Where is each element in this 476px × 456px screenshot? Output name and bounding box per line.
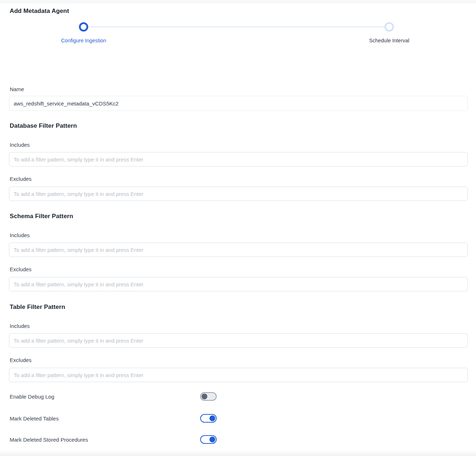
database-excludes-input[interactable] <box>9 187 468 201</box>
table-includes-input[interactable] <box>9 333 468 348</box>
toggle-knob <box>209 437 215 442</box>
schema-includes-input[interactable] <box>9 243 468 257</box>
stepper-connector-line <box>84 27 389 27</box>
section-title-database-filter-pattern: Database Filter Pattern <box>10 122 468 130</box>
name-label: Name <box>10 86 468 93</box>
database-includes-label: Includes <box>10 142 468 148</box>
section-title-table-filter-pattern: Table Filter Pattern <box>10 303 468 311</box>
mark-deleted-stored-procedures-row: Mark Deleted Stored Procedures <box>9 435 468 444</box>
table-includes-label: Includes <box>10 323 468 329</box>
schema-excludes-label: Excludes <box>10 266 468 273</box>
stepper: Configure Ingestion Schedule Interval <box>9 20 468 43</box>
page-title: Add Metadata Agent <box>10 8 468 15</box>
schema-includes-label: Includes <box>10 232 468 239</box>
step-label-configure-ingestion[interactable]: Configure Ingestion <box>61 37 106 44</box>
schema-excludes-input[interactable] <box>9 277 468 291</box>
section-title-schema-filter-pattern: Schema Filter Pattern <box>10 212 468 220</box>
step-label-schedule-interval[interactable]: Schedule Interval <box>369 37 409 44</box>
page-top-strip <box>0 0 476 4</box>
mark-deleted-tables-row: Mark Deleted Tables <box>9 414 468 423</box>
mark-deleted-tables-toggle[interactable] <box>200 414 217 423</box>
database-excludes-label: Excludes <box>10 176 468 182</box>
mark-deleted-stored-procedures-label: Mark Deleted Stored Procedures <box>9 437 200 443</box>
mark-deleted-stored-procedures-toggle[interactable] <box>200 435 217 444</box>
name-input[interactable] <box>9 96 468 111</box>
table-excludes-input[interactable] <box>9 368 468 382</box>
page-bottom-strip <box>0 450 476 456</box>
enable-debug-log-toggle[interactable] <box>200 392 217 401</box>
toggle-knob <box>209 415 215 421</box>
enable-debug-log-label: Enable Debug Log <box>9 394 200 400</box>
step-circle-schedule-interval[interactable] <box>385 22 394 32</box>
table-excludes-label: Excludes <box>10 357 468 363</box>
add-metadata-agent-form: Add Metadata Agent Configure Ingestion S… <box>0 8 476 444</box>
database-includes-input[interactable] <box>9 152 468 166</box>
toggle-knob <box>202 394 207 399</box>
step-circle-configure-ingestion[interactable] <box>79 22 88 32</box>
enable-debug-log-row: Enable Debug Log <box>9 392 468 401</box>
mark-deleted-tables-label: Mark Deleted Tables <box>9 415 200 422</box>
